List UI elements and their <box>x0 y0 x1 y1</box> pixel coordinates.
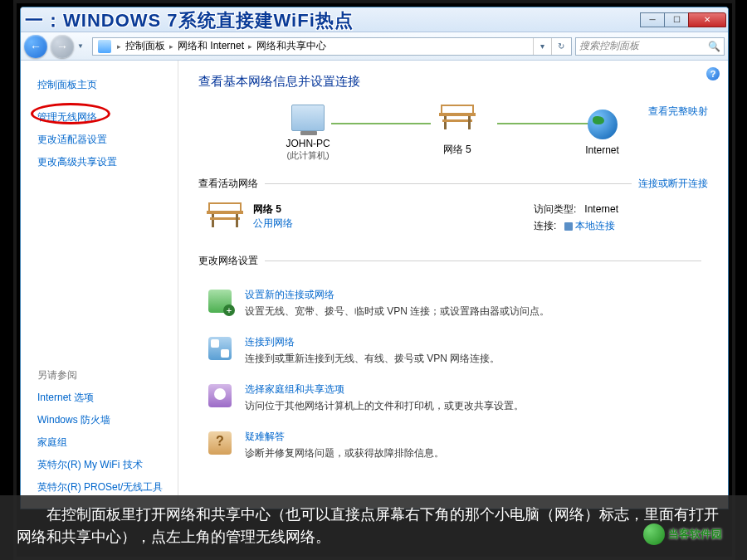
network-map: 查看完整映射 JOHN-PC (此计算机) 网络 5 Internet <box>198 101 708 170</box>
see-also-intel-mywifi[interactable]: 英特尔(R) My WiFi 技术 <box>37 454 178 476</box>
minimize-button[interactable]: ─ <box>640 12 665 27</box>
globe-icon <box>588 110 618 139</box>
see-also-internet-options[interactable]: Internet 选项 <box>37 387 178 409</box>
breadcrumb-item[interactable]: 控制面板 <box>124 39 167 53</box>
view-full-map-link[interactable]: 查看完整映射 <box>648 105 708 119</box>
setting-homegroup[interactable]: 选择家庭组和共享选项 访问位于其他网络计算机上的文件和打印机，或更改共享设置。 <box>198 376 708 423</box>
see-also-heading: 另请参阅 <box>37 364 178 387</box>
see-also-homegroup[interactable]: 家庭组 <box>37 431 178 454</box>
connect-disconnect-link[interactable]: 连接或断开连接 <box>638 177 708 191</box>
forward-button[interactable]: → <box>51 35 74 58</box>
see-also-firewall[interactable]: Windows 防火墙 <box>37 409 178 431</box>
map-node-computer[interactable]: JOHN-PC (此计算机) <box>286 101 330 162</box>
refresh-button[interactable]: ↻ <box>551 38 569 55</box>
address-bar[interactable]: ▸ 控制面板 ▸ 网络和 Internet ▸ 网络和共享中心 ▾ ↻ <box>92 37 572 56</box>
setting-title: 疑难解答 <box>245 430 444 444</box>
sidebar-change-sharing[interactable]: 更改高级共享设置 <box>37 151 178 173</box>
bench-icon <box>207 202 243 232</box>
navigation-bar: ← → ▼ ▸ 控制面板 ▸ 网络和 Internet ▸ 网络和共享中心 ▾ … <box>21 32 728 61</box>
troubleshoot-icon <box>208 431 232 455</box>
connection-label: 连接: <box>534 220 556 231</box>
breadcrumb-item[interactable]: 网络和共享中心 <box>255 39 328 53</box>
setting-desc: 诊断并修复网络问题，或获得故障排除信息。 <box>245 446 444 460</box>
setting-title: 连接到网络 <box>245 335 500 349</box>
connect-network-icon <box>208 337 232 360</box>
computer-icon <box>291 105 325 131</box>
search-placeholder: 搜索控制面板 <box>579 39 639 53</box>
change-settings-heading: 更改网络设置 <box>198 254 258 268</box>
crumb-sep: ▸ <box>246 42 255 51</box>
crumb-sep: ▸ <box>115 42 124 51</box>
node-sublabel: (此计算机) <box>286 149 329 162</box>
setting-desc: 设置无线、宽带、拨号、临时或 VPN 连接；或设置路由器或访问点。 <box>245 304 549 319</box>
watermark-icon <box>643 523 665 545</box>
access-type-value: Internet <box>584 203 618 215</box>
setting-desc: 连接到或重新连接到无线、有线、拨号或 VPN 网络连接。 <box>245 352 500 366</box>
history-dropdown[interactable]: ▼ <box>77 42 89 50</box>
back-button[interactable]: ← <box>24 35 47 58</box>
sidebar-home[interactable]: 控制面板主页 <box>37 74 178 96</box>
search-input[interactable]: 搜索控制面板 🔍 <box>575 37 725 56</box>
map-connector <box>497 123 597 124</box>
map-node-internet[interactable]: Internet <box>584 108 621 156</box>
crumb-sep: ▸ <box>167 42 176 51</box>
control-panel-window: ─ ☐ ✕ ← → ▼ ▸ 控制面板 ▸ 网络和 Internet ▸ 网络和共… <box>20 7 729 509</box>
tutorial-caption: 在控制面板里打开网络和共享中心（也可以直接点屏幕右下角的那个小电脑（网络）标志，… <box>0 495 747 560</box>
connection-link[interactable]: 本地连接 <box>575 220 615 231</box>
address-dropdown[interactable]: ▾ <box>533 38 551 55</box>
sidebar-manage-wireless[interactable]: 管理无线网络 <box>37 106 97 129</box>
network-name: 网络 5 <box>253 202 293 217</box>
setting-connect-network[interactable]: 连接到网络 连接到或重新连接到无线、有线、拨号或 VPN 网络连接。 <box>198 329 708 376</box>
watermark: 当客软件园 <box>643 523 722 545</box>
plug-icon <box>564 222 573 231</box>
node-label: JOHN-PC <box>286 138 330 149</box>
network-type-link[interactable]: 公用网络 <box>253 217 293 231</box>
setting-troubleshoot[interactable]: 疑难解答 诊断并修复网络问题，或获得故障排除信息。 <box>198 423 708 470</box>
tutorial-headline: 一：WINDOWS 7系统直接建WiFi热点 <box>25 8 354 33</box>
active-network-row: 网络 5 公用网络 访问类型: Internet 连接: 本地连接 <box>198 199 708 247</box>
maximize-button[interactable]: ☐ <box>664 12 689 27</box>
help-icon[interactable]: ? <box>706 67 720 80</box>
new-connection-icon <box>208 290 232 313</box>
setting-title: 设置新的连接或网络 <box>245 288 549 302</box>
map-connector <box>331 123 431 124</box>
node-label: Internet <box>585 144 619 156</box>
breadcrumb-item[interactable]: 网络和 Internet <box>176 39 246 53</box>
sidebar-item-label: 管理无线网络 <box>37 111 97 123</box>
setting-new-connection[interactable]: 设置新的连接或网络 设置无线、宽带、拨号、临时或 VPN 连接；或设置路由器或访… <box>198 281 708 329</box>
main-content: ? 查看基本网络信息并设置连接 查看完整映射 JOHN-PC (此计算机) 网络… <box>178 61 728 509</box>
page-title: 查看基本网络信息并设置连接 <box>198 74 708 90</box>
setting-desc: 访问位于其他网络计算机上的文件和打印机，或更改共享设置。 <box>245 399 524 413</box>
node-label: 网络 5 <box>443 143 471 157</box>
map-node-network[interactable]: 网络 5 <box>439 106 476 157</box>
close-button[interactable]: ✕ <box>688 12 726 27</box>
sidebar-change-adapter[interactable]: 更改适配器设置 <box>37 129 178 151</box>
search-icon: 🔍 <box>708 41 720 52</box>
active-networks-heading: 查看活动网络 <box>198 177 258 191</box>
sidebar: 控制面板主页 管理无线网络 更改适配器设置 更改高级共享设置 另请参阅 Inte… <box>21 61 178 509</box>
settings-list: 设置新的连接或网络 设置无线、宽带、拨号、临时或 VPN 连接；或设置路由器或访… <box>198 276 708 470</box>
bench-icon <box>439 113 476 133</box>
setting-title: 选择家庭组和共享选项 <box>245 382 524 397</box>
access-type-label: 访问类型: <box>534 203 576 215</box>
homegroup-icon <box>208 384 232 407</box>
watermark-text: 当客软件园 <box>668 527 722 542</box>
control-panel-icon <box>98 40 111 53</box>
